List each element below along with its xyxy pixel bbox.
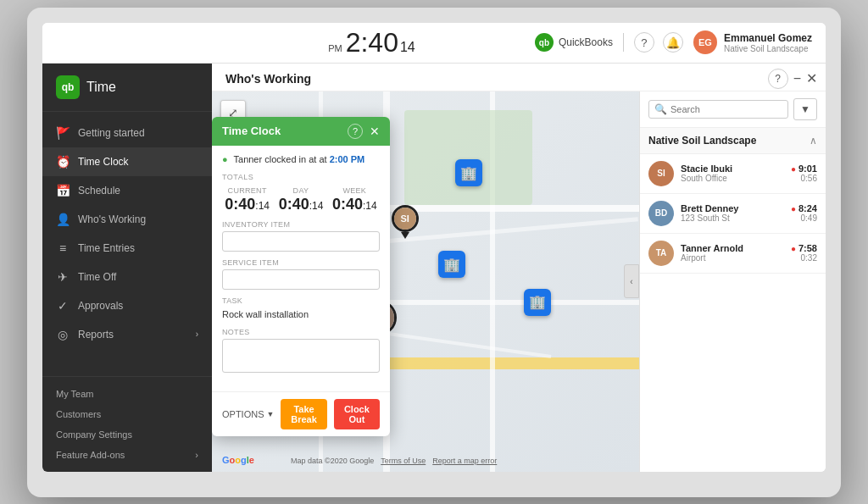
panel-collapse-button[interactable]: ‹: [624, 264, 639, 298]
avatar-brett: BD: [648, 201, 674, 226]
reports-icon: ◎: [56, 328, 70, 341]
sidebar-item-whos-working[interactable]: 👤 Who's Working: [42, 205, 212, 234]
topbar-seconds: 14: [400, 40, 415, 55]
chevron-up-icon[interactable]: ∧: [810, 135, 817, 147]
nav-label: Who's Working: [78, 213, 146, 225]
nav-label: Time Clock: [78, 156, 129, 168]
totals-grid: CURRENT 0:40:14 DAY: [222, 186, 380, 212]
modal-title: Time Clock: [222, 125, 281, 137]
notifications-icon[interactable]: 🔔: [663, 32, 683, 53]
search-input[interactable]: [670, 104, 782, 114]
topbar-icons: ? 🔔: [634, 32, 683, 53]
person-time-brett: ●8:24 0:49: [791, 203, 817, 223]
person-hours-tanner: ●7:58: [791, 243, 817, 253]
quickbooks-link[interactable]: qb QuickBooks: [535, 33, 624, 52]
top-right-actions: ? − ✕: [768, 69, 817, 89]
service-item-input[interactable]: [222, 269, 380, 290]
map-pin-building-3[interactable]: 🏢: [524, 289, 551, 316]
chevron-down-icon: ▼: [267, 410, 275, 418]
help-button[interactable]: ?: [768, 69, 788, 89]
week-total: WEEK 0:40:14: [330, 186, 380, 212]
quickbooks-label: QuickBooks: [559, 36, 613, 48]
current-label: CURRENT: [222, 186, 272, 195]
filter-button[interactable]: ▼: [793, 98, 817, 120]
sidebar-logo: qb Time: [42, 64, 212, 112]
qb-logo: qb: [535, 33, 554, 52]
person-time-stacie: ●9:01 0:56: [791, 163, 817, 183]
map-data-text: Map data ©2020 Google: [291, 457, 374, 465]
panel-person-stacie[interactable]: SI Stacie Ibuki South Office ●9:01 0:: [640, 154, 826, 194]
topbar: PM 2:40 14 qb QuickBooks ? 🔔 EG Emmanuel…: [42, 23, 826, 64]
clock-out-button[interactable]: Clock Out: [334, 399, 380, 429]
sidebar-link-feature-addons[interactable]: Feature Add-ons ›: [42, 445, 212, 465]
map-pin-building-1[interactable]: 🏢: [455, 159, 482, 186]
panel-person-brett[interactable]: BD Brett Denney 123 South St ●8:24 0:: [640, 194, 826, 234]
sidebar-item-time-off[interactable]: ✈ Time Off: [42, 263, 212, 291]
building-icon: 🏢: [524, 289, 551, 316]
sidebar-bottom: My Team Customers Company Settings Featu…: [42, 376, 212, 472]
inventory-item-row: INVENTORY ITEM: [222, 220, 380, 252]
person-info-stacie: Stacie Ibuki South Office: [681, 163, 784, 183]
sidebar-item-time-clock[interactable]: ⏰ Time Clock: [42, 147, 212, 176]
modal-header-icons: ? ✕: [348, 124, 380, 139]
person-elapsed-tanner: 0:32: [791, 253, 817, 263]
page-title: Who's Working: [212, 64, 826, 91]
person-name-tanner: Tanner Arnold: [681, 243, 784, 253]
sidebar-item-reports[interactable]: ◎ Reports ›: [42, 320, 212, 349]
close-button[interactable]: ✕: [806, 72, 817, 86]
logo-text: Time: [86, 80, 116, 95]
sidebar-item-approvals[interactable]: ✓ Approvals: [42, 291, 212, 320]
notes-row: NOTES: [222, 328, 380, 376]
help-icon[interactable]: ?: [634, 32, 654, 53]
clocked-in-message: ● Tanner clocked in at at 2:00 PM: [222, 154, 380, 164]
task-row: TASK Rock wall installation: [222, 296, 380, 321]
panel-person-tanner[interactable]: TA Tanner Arnold Airport ●7:58 0:32: [640, 234, 826, 274]
person-elapsed-brett: 0:49: [791, 213, 817, 223]
modal-help-button[interactable]: ?: [348, 124, 363, 139]
inventory-item-input[interactable]: [222, 231, 380, 252]
modal-close-button[interactable]: ✕: [370, 125, 380, 137]
terms-of-use-link[interactable]: Terms of Use: [381, 457, 426, 465]
person-icon: 👤: [56, 213, 70, 226]
flag-icon: 🚩: [56, 126, 70, 140]
person-location-stacie: South Office: [681, 174, 784, 183]
map-pin-person-1[interactable]: SI: [392, 205, 419, 239]
notes-input[interactable]: [222, 339, 380, 373]
topbar-hours: 2:40: [346, 27, 398, 58]
time-clock-modal: Time Clock ? ✕ ● Tanner clock: [212, 117, 390, 436]
day-label: DAY: [275, 186, 326, 195]
person-info-tanner: Tanner Arnold Airport: [681, 243, 784, 263]
person-elapsed-stacie: 0:56: [791, 174, 817, 183]
sidebar-link-my-team[interactable]: My Team: [42, 384, 212, 404]
person-hours-stacie: ●9:01: [791, 163, 817, 174]
sidebar-item-time-entries[interactable]: ≡ Time Entries: [42, 234, 212, 263]
clocked-in-time[interactable]: 2:00 PM: [330, 154, 365, 164]
logo-icon: qb: [56, 75, 80, 99]
sidebar-item-getting-started[interactable]: 🚩 Getting started: [42, 119, 212, 147]
nav-label: Schedule: [78, 185, 120, 197]
avatar-tanner: TA: [648, 241, 674, 266]
user-company: Native Soil Landscape: [724, 44, 812, 53]
minimize-button[interactable]: −: [793, 72, 801, 86]
report-map-error-link[interactable]: Report a map error: [432, 457, 497, 465]
sidebar-link-customers[interactable]: Customers: [42, 404, 212, 424]
sidebar-item-schedule[interactable]: 📅 Schedule: [42, 176, 212, 205]
entries-icon: ≡: [56, 241, 70, 255]
task-value: Rock wall installation: [222, 307, 380, 321]
day-value: 0:40:14: [275, 197, 326, 212]
take-break-button[interactable]: Take Break: [281, 399, 326, 429]
building-icon: 🏢: [438, 251, 465, 278]
user-menu[interactable]: EG Emmanuel Gomez Native Soil Landscape: [693, 30, 812, 54]
modal-body: ● Tanner clocked in at at 2:00 PM TOTALS: [212, 146, 390, 391]
search-icon: 🔍: [654, 103, 667, 115]
sidebar: qb Time 🚩 Getting started ⏰ Time Clock 📅…: [42, 64, 212, 472]
panel-company: Native Soil Landscape ∧: [640, 128, 826, 154]
map-pin-building-2[interactable]: 🏢: [438, 251, 465, 278]
right-panel: 🔍 ▼ Native Soil Landscape ∧: [639, 91, 826, 472]
nav-label: Approvals: [78, 300, 123, 312]
panel-search: 🔍: [648, 100, 788, 119]
options-button[interactable]: OPTIONS ▼: [222, 409, 274, 419]
avatar-stacie: SI: [648, 161, 674, 186]
sidebar-link-company-settings[interactable]: Company Settings: [42, 424, 212, 445]
person-location-brett: 123 South St: [681, 213, 784, 223]
